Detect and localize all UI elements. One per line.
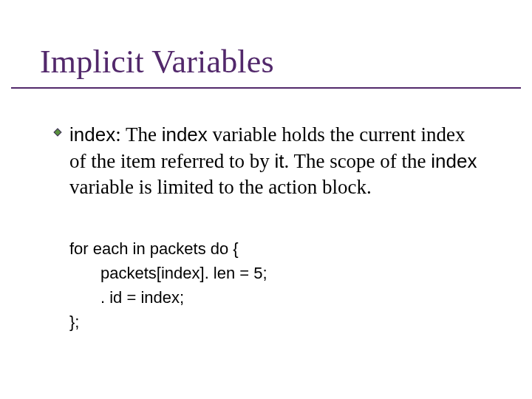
slide: Implicit Variables index: The index vari… (0, 0, 532, 399)
text-part: . The scope of the (284, 150, 431, 172)
code-line: . id = index; (69, 285, 483, 310)
text-part: variable is limited to the action block. (69, 176, 372, 198)
diamond-bullet-icon (53, 128, 62, 137)
code-line: packets[index]. len = 5; (69, 261, 483, 285)
code-line: for each in packets do { (69, 236, 483, 261)
keyword-it: it (274, 150, 284, 172)
keyword-index-label: index (69, 123, 115, 146)
svg-rect-0 (54, 129, 61, 136)
decorative-dotgrid (0, 0, 148, 25)
title-underline (11, 87, 521, 89)
separator: : (115, 123, 126, 146)
slide-title: Implicit Variables (40, 43, 274, 81)
code-line: }; (69, 310, 483, 334)
text-part: The (126, 123, 162, 146)
keyword-index: index (431, 150, 477, 172)
keyword-index: index (162, 123, 208, 146)
bullet-paragraph: index: The index variable holds the curr… (69, 122, 483, 201)
code-block: for each in packets do { packets[index].… (69, 236, 483, 334)
